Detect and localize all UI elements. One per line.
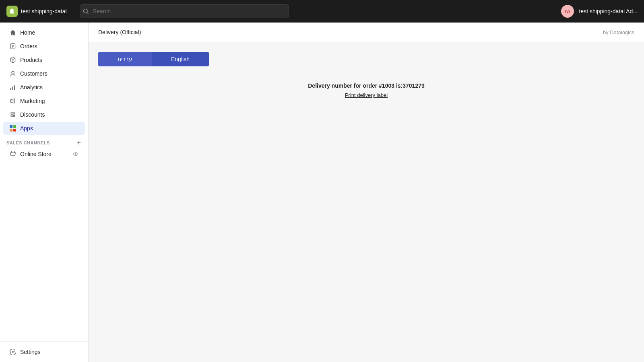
marketing-icon [10,98,16,104]
shopify-logo-icon [6,6,18,17]
english-language-button[interactable]: English [152,52,209,66]
svg-line-7 [10,58,13,60]
sidebar-item-label: Customers [20,70,47,77]
analytics-icon [10,84,16,90]
sidebar-item-label: Online Store [20,151,52,157]
search-bar[interactable] [80,4,289,18]
sidebar-item-label: Discounts [20,111,45,118]
svg-point-9 [12,71,14,74]
svg-line-1 [87,13,88,14]
print-delivery-label-link[interactable]: Print delivery label [345,92,388,98]
sidebar-item-apps[interactable]: Apps [3,122,85,135]
hebrew-language-button[interactable]: עברית [98,52,152,66]
svg-point-15 [13,115,14,116]
sidebar-item-label: Orders [20,43,37,49]
avatar[interactable]: tA [561,5,574,18]
language-toggle: עברית English [98,52,634,66]
page-body: עברית English Delivery number for order … [89,42,644,108]
page-header: Delivery (Official) by Datalogics [89,23,644,42]
settings-icon [10,349,16,355]
sidebar: Home Orders Products Customers Analytics… [0,23,89,362]
search-icon [83,8,89,14]
svg-rect-11 [12,86,13,90]
search-input[interactable] [80,4,289,18]
sidebar-item-orders[interactable]: Orders [3,40,85,53]
app-body: Home Orders Products Customers Analytics… [0,23,644,362]
discounts-icon [10,111,16,118]
sidebar-item-label: Marketing [20,98,45,104]
top-nav-right: tA test shipping-datal Ad... [561,5,638,18]
svg-point-14 [11,113,12,115]
customers-icon [10,70,16,77]
sidebar-item-products[interactable]: Products [3,53,85,66]
page-attribution: by Datalogics [603,29,634,35]
svg-rect-10 [10,88,11,90]
sidebar-item-online-store[interactable]: Online Store [3,148,85,160]
main-content: Delivery (Official) by Datalogics עברית … [89,23,644,362]
add-sales-channel-button[interactable] [76,140,82,146]
svg-line-8 [13,58,15,60]
sidebar-item-customers[interactable]: Customers [3,67,85,80]
svg-point-0 [83,9,87,13]
apps-icon [10,125,16,132]
store-name: test shipping-datal Ad... [579,8,638,14]
sidebar-item-label: Products [20,57,42,63]
sidebar-item-label: Analytics [20,84,43,90]
svg-point-20 [75,153,76,155]
sidebar-item-marketing[interactable]: Marketing [3,95,85,107]
products-icon [10,57,16,63]
plus-icon [76,140,82,146]
sidebar-bottom: Settings [0,341,88,359]
sidebar-item-analytics[interactable]: Analytics [3,81,85,94]
delivery-info: Delivery number for order #1003 is:37012… [98,82,634,99]
brand[interactable]: test shipping-datal [6,6,67,17]
delivery-number-text: Delivery number for order #1003 is:37012… [98,82,634,89]
sidebar-item-label: Apps [20,125,33,132]
orders-icon [10,43,16,49]
sidebar-item-label: Settings [20,349,41,355]
sales-channels-header: SALES CHANNELS [0,135,88,147]
store-icon [10,151,16,157]
brand-name: test shipping-datal [21,8,67,14]
top-navigation: test shipping-datal tA test shipping-dat… [0,0,644,23]
eye-icon [73,151,78,157]
sidebar-item-home[interactable]: Home [3,26,85,39]
svg-rect-12 [14,85,15,90]
svg-point-19 [73,153,78,156]
home-icon [10,29,16,36]
page-title: Delivery (Official) [98,29,141,35]
sidebar-item-settings[interactable]: Settings [3,346,85,358]
sidebar-item-label: Home [20,29,35,36]
sidebar-item-discounts[interactable]: Discounts [3,108,85,121]
